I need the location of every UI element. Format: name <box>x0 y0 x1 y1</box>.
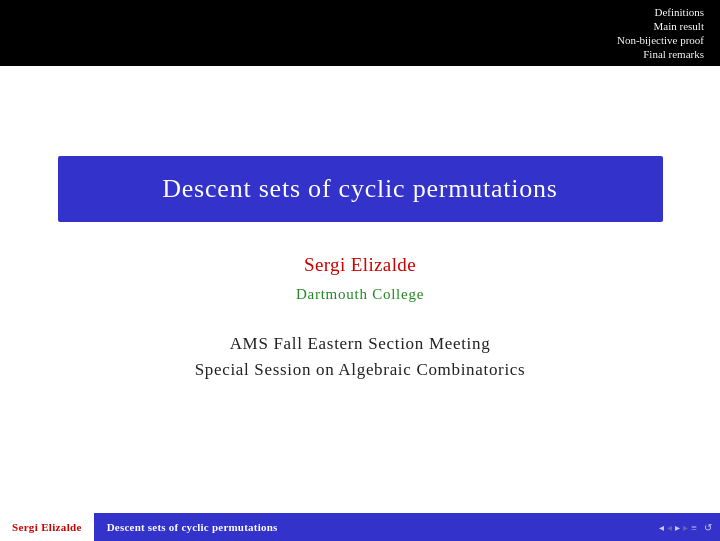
top-nav-bar: Definitions Main result Non-bijective pr… <box>0 0 720 66</box>
nav-loop[interactable]: ↺ <box>704 522 712 533</box>
bottom-title-section: Descent sets of cyclic permutations <box>95 521 660 533</box>
nav-links: Definitions Main result Non-bijective pr… <box>617 6 704 60</box>
nav-equal[interactable]: ≡ <box>691 522 697 533</box>
bottom-title-text: Descent sets of cyclic permutations <box>107 521 278 533</box>
nav-link-non-bijective[interactable]: Non-bijective proof <box>617 34 704 46</box>
nav-controls[interactable]: ◂ ◂ ▸ ▸ ≡ ↺ <box>659 522 720 533</box>
nav-arrow-first[interactable]: ◂ <box>659 522 664 533</box>
nav-sep1: ◂ <box>667 522 672 533</box>
nav-link-final-remarks[interactable]: Final remarks <box>643 48 704 60</box>
slide-title: Descent sets of cyclic permutations <box>88 174 633 204</box>
nav-arrow-prev[interactable]: ▸ <box>675 522 680 533</box>
bottom-author-name: Sergi Elizalde <box>12 521 82 533</box>
bottom-author-section: Sergi Elizalde <box>0 513 95 541</box>
bottom-bar: Sergi Elizalde Descent sets of cyclic pe… <box>0 513 720 541</box>
author-name: Sergi Elizalde <box>304 254 416 276</box>
institution-name: Dartmouth College <box>296 286 424 303</box>
conference-info: AMS Fall Eastern Section Meeting Special… <box>195 331 526 382</box>
nav-sep2: ▸ <box>683 522 688 533</box>
title-box: Descent sets of cyclic permutations <box>58 156 663 222</box>
nav-link-definitions[interactable]: Definitions <box>655 6 705 18</box>
slide-area: Descent sets of cyclic permutations Serg… <box>0 66 720 541</box>
conference-line2: Special Session on Algebraic Combinatori… <box>195 357 526 383</box>
conference-line1: AMS Fall Eastern Section Meeting <box>195 331 526 357</box>
nav-link-main-result[interactable]: Main result <box>654 20 704 32</box>
